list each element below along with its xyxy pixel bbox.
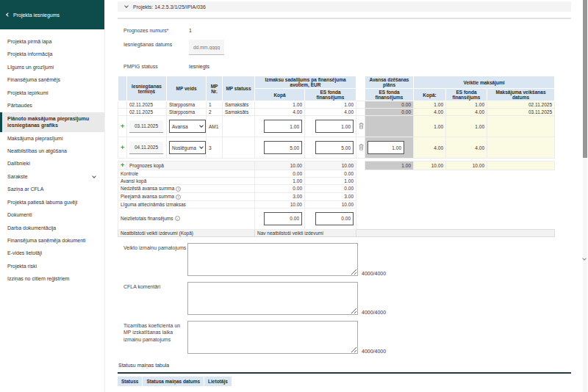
iesniegsanas-datums-input[interactable] [189, 40, 224, 55]
cfla-komentari-row: CFLA komentāri 4000/4000 [118, 282, 571, 315]
sidebar-item-izzinas-no-citiem-registriem[interactable]: Izziņas no citiem reģistriem [0, 272, 104, 285]
sidebar-item-maksajuma-pieprasijumi[interactable]: Maksājuma pieprasījumi [0, 132, 104, 145]
table-cell [118, 161, 127, 170]
table-cell [118, 116, 127, 137]
header-termins: Iesniegšanas termiņš [127, 76, 167, 101]
table-cell: 4.00 [446, 137, 487, 159]
divider [118, 18, 571, 19]
sidebar-nav: Projekta pirmā lapa Projekta informācija… [0, 29, 104, 286]
sidebar-back-label: Projekta iesniegums [13, 12, 60, 18]
main-area: Projekts: 14.2.5.3/1/25/IPIA/036 Prognoz… [105, 0, 588, 392]
mp-veids-selected: Noslēguma [172, 145, 196, 150]
table-cell [118, 101, 127, 109]
sidebar-item-neatbilstibas-un-atgusana[interactable]: Neatbilstības un atgūšana [0, 145, 104, 157]
kopa-input[interactable] [264, 120, 302, 133]
table-cell [255, 137, 305, 159]
info-icon[interactable] [176, 186, 181, 192]
neizlietotais-es-input[interactable] [315, 212, 354, 225]
table-cell [356, 101, 365, 109]
table-cell [356, 192, 555, 200]
sidebar-item-ligums-un-grozijumi[interactable]: Līgums un grozījumi [0, 61, 104, 73]
sidebar-item-e-vides-lietotaji[interactable]: E-vides lietotāji [0, 247, 104, 259]
termins-date-input[interactable] [129, 120, 163, 133]
sidebar-item-sazina-ar-cfla[interactable]: Saziņa ar CFLA [0, 183, 104, 195]
veikto-izmainu-label: Veikto izmaiņu pamatojums [123, 243, 187, 276]
sidebar-back-link[interactable]: Projekta iesniegums [0, 0, 104, 29]
delete-row-icon[interactable] [359, 144, 364, 151]
mp-veids-select[interactable]: Avansa [169, 120, 206, 133]
add-row-icon[interactable] [121, 161, 124, 169]
chevron-down-icon [199, 123, 204, 128]
summary-row: Avansi kopā 1.00 1.00 [118, 178, 555, 185]
sidebar-item-projekta-iepirkumi[interactable]: Projekta iepirkumi [0, 87, 104, 99]
ticamibas-koeficienta-label: Ticamības koeficienta un MP izskatīšanas… [123, 321, 187, 354]
table-cell [356, 170, 555, 178]
neatbilstosi-value: Nav neatbilstoši veikti izdevumi [255, 229, 356, 236]
sidebar-item-dalibnieki[interactable]: Dalībnieki [0, 157, 104, 170]
table-cell [356, 109, 365, 116]
sidebar-item-projekta-informacija[interactable]: Projekta informācija [0, 48, 104, 60]
scrollbar-thumb[interactable] [583, 0, 587, 158]
sidebar-item-dokumenti[interactable]: Dokumenti [0, 208, 104, 221]
table-cell: 3.00 [305, 192, 356, 200]
table-cell: Avansa [167, 116, 207, 137]
chevron-down-icon [92, 174, 96, 178]
sidebar-item-parbaudes[interactable]: Pārbaudes [0, 99, 104, 112]
sidebar-item-projekta-riski[interactable]: Projekta riski [0, 260, 104, 272]
sidebar-item-sarakste[interactable]: Sarakste [0, 170, 104, 183]
table-cell [356, 178, 555, 185]
table-cell [255, 208, 305, 229]
sidebar-item-projekta-patiesa-labuma-guveji[interactable]: Projekta patiesā labuma guvēji [0, 196, 104, 208]
add-row-icon[interactable] [121, 123, 124, 130]
table-cell: Samaksāts [223, 109, 255, 116]
status-col-lietotajs: Lietotājs [204, 377, 232, 386]
table-cell [365, 137, 414, 159]
char-counter: 4000/4000 [362, 349, 386, 354]
project-header[interactable]: Projekts: 14.2.5.3/1/25/IPIA/036 [118, 1, 571, 12]
cfla-komentari-label: CFLA komentāri [123, 282, 187, 315]
header-maks-datums: Maksājuma veikšanas datums [487, 89, 555, 101]
add-row-icon[interactable] [121, 144, 124, 151]
ticamibas-koeficienta-textarea[interactable] [187, 321, 358, 354]
table-cell [365, 116, 414, 137]
table-cell [223, 137, 255, 159]
kopa-input[interactable] [264, 141, 302, 154]
sidebar-item-finansejuma-sanemejs[interactable]: Finansējuma saņēmējs [0, 73, 104, 86]
mp-veids-select[interactable]: Noslēguma [169, 141, 206, 154]
sidebar-item-label: Maksājuma pieprasījumi [7, 135, 62, 142]
cfla-komentari-textarea[interactable] [187, 282, 358, 315]
avansa-es-input[interactable] [368, 141, 404, 154]
prognozes-numurs-value: 1 [189, 26, 192, 33]
pmpig-statuss-value: Iesniegts [189, 62, 209, 69]
required-mark: * [167, 28, 169, 33]
info-icon[interactable] [175, 216, 180, 221]
termins-date-input[interactable] [129, 142, 163, 154]
veikto-izmainu-textarea[interactable] [187, 243, 358, 276]
table-cell: 4.00 [305, 109, 356, 116]
summary-label: Nedzēstā avansa summa [118, 185, 255, 193]
sidebar-item-finansejuma-sanemeja-dokumenti[interactable]: Finansējuma saņēmēja dokumenti [0, 234, 104, 247]
sidebar-item-projekta-pirma-lapa[interactable]: Projekta pirmā lapa [0, 35, 104, 48]
table-cell: 10.00 [255, 200, 305, 208]
scrollbar[interactable] [583, 0, 587, 392]
neizlietotais-kopa-input[interactable] [264, 212, 302, 225]
header-delete-col [356, 76, 365, 101]
es-fonda-input[interactable] [315, 141, 354, 154]
sidebar-item-planoto-maksajuma-pieprasijumu-grafiks[interactable]: Plānoto maksājuma pieprasījumu iesniegša… [0, 112, 104, 132]
es-fonda-input[interactable] [315, 120, 354, 133]
sidebar-item-label: Sarakste [7, 173, 28, 180]
iesniegsanas-datums-label: Iesniegšanas datums [123, 40, 189, 47]
veikto-izmainu-row: Veikto izmaiņu pamatojums 4000/4000 [118, 243, 571, 276]
sidebar-item-darba-dokumentacija[interactable]: Darba dokumentācija [0, 222, 104, 234]
sidebar-item-label: Finansējuma saņēmēja dokumenti [7, 237, 86, 244]
status-col-datums: Statusa maiņas datums [143, 377, 204, 386]
header-group-avansa: Avansa dzēšanas plāns [365, 76, 414, 89]
chevron-down-icon[interactable] [582, 256, 587, 261]
delete-row-icon[interactable] [359, 123, 364, 130]
header-kopa: Kopā [255, 89, 305, 101]
info-icon[interactable] [176, 195, 181, 200]
table-cell: 3 [207, 137, 223, 159]
header-group-veiktie: Veiktie maksājumi [414, 76, 555, 89]
project-title: Projekts: 14.2.5.3/1/25/IPIA/036 [133, 4, 206, 10]
ticamibas-koeficienta-row: Ticamības koeficienta un MP izskatīšanas… [118, 321, 571, 354]
